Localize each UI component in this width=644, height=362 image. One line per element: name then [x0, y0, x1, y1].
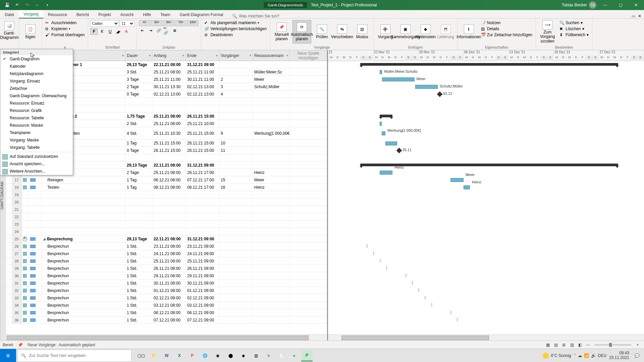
pct0[interactable]: 0× [139, 20, 150, 26]
move-button[interactable]: ↹Verschieben [333, 20, 352, 44]
view-resource-icon[interactable]: ◧ [576, 342, 584, 348]
view-item-9[interactable]: Ressource: Maske [0, 122, 73, 129]
view-item-4[interactable]: Zeitachse [0, 85, 73, 92]
edge-old-icon[interactable]: 🌐 [199, 350, 211, 361]
lang-indicator[interactable]: DEU [598, 353, 606, 358]
search-input[interactable] [29, 353, 128, 358]
view-item-11[interactable]: Vorgang: Maske [0, 136, 73, 144]
grid-h-scroll[interactable] [6, 335, 327, 341]
app-icon[interactable]: ◆ [237, 350, 249, 361]
onedrive-icon[interactable]: ☁ [578, 353, 582, 358]
table-row[interactable]: 28 Besprechun1 Std.25.11.21 08:0025.11.2… [6, 257, 327, 265]
details-button[interactable]: ▤Details [480, 26, 534, 32]
clock[interactable]: 09:43 23.11.2021 [609, 351, 629, 360]
tab-hilfe[interactable]: Hilfe [138, 11, 156, 18]
tell-me[interactable]: 🔍 Was möchten Sie tun? [232, 14, 279, 18]
tab-ressource[interactable]: Ressource [43, 11, 72, 18]
table-row[interactable]: 19 [6, 191, 327, 198]
view-item-10[interactable]: Teamplaner [0, 129, 73, 136]
timeline-button[interactable]: 📅Zur Zeitachse hinzufügen [480, 32, 534, 38]
table-row[interactable]: 27 Besprechun1 Std.24.11.21 08:0024.11.2… [6, 250, 327, 257]
table-row[interactable]: 24 [6, 228, 327, 235]
view-item-6[interactable]: Ressource: Einsatz [0, 100, 73, 107]
zoom-in-button[interactable]: + [634, 342, 641, 348]
save-icon[interactable]: 💾 [3, 1, 11, 9]
font-name-select[interactable]: Calibri [90, 20, 119, 27]
table-row[interactable]: 25◢Besprechung29,13 Tage22.11.21 08:0031… [6, 235, 327, 243]
view-reset[interactable]: Auf Standard zurücksetzen [0, 153, 73, 160]
wifi-icon[interactable]: 📶 [584, 353, 589, 358]
gantt-body[interactable]: Müller;Meier;SchultzMeierSchultz;Müller0… [328, 61, 644, 335]
view-more[interactable]: Weitere Ansichten... [0, 168, 73, 175]
mark-on-track-button[interactable]: ✔Als plangemäß markieren ▾ [203, 20, 268, 25]
format-painter-button[interactable]: 🖌Format übertragen [44, 32, 86, 38]
deactivate-button[interactable]: ⊘Deaktivieren [203, 32, 268, 38]
scroll-to-task-button[interactable]: ⟶Zum Vorgang scrollen [538, 20, 557, 44]
tab-team[interactable]: Team [156, 11, 175, 18]
system-tray[interactable]: ˄ ☁ 📶 🔊 DEU [574, 353, 606, 358]
project-icon[interactable]: P [301, 350, 313, 361]
weather-widget[interactable]: 4°C Sonnig [543, 353, 571, 359]
tab-projekt[interactable]: Projekt [94, 11, 115, 18]
pct50[interactable]: 50× [163, 20, 174, 26]
table-row[interactable]: 34 Besprechun1 Std.03.12.21 08:0003.12.2… [6, 302, 327, 309]
view-item-5[interactable]: Gantt-Diagramm: Überwachung [0, 92, 73, 100]
italic-button[interactable]: K [98, 28, 106, 35]
table-row[interactable]: 23 [6, 221, 327, 228]
user-avatar[interactable]: TB [589, 1, 596, 9]
unlink-button[interactable]: ✂🔗 [163, 27, 170, 34]
maximize-button[interactable]: ▢ [614, 0, 627, 10]
table-row[interactable]: 20 [6, 198, 327, 206]
view-save[interactable]: Ansicht speichern... [0, 160, 73, 168]
taskview-icon[interactable]: ▢▢ [136, 350, 147, 361]
font-color-button[interactable]: A [122, 28, 130, 35]
table-row[interactable]: 21 [6, 206, 327, 213]
bold-button[interactable]: F [90, 28, 98, 35]
excel-icon[interactable]: X [174, 350, 185, 361]
mode-button[interactable]: ▤Modus [353, 20, 372, 44]
edge-icon[interactable]: e [263, 350, 274, 361]
tab-vorgang[interactable]: Vorgang [19, 10, 43, 18]
notes-button[interactable]: 📝Notizen [480, 20, 534, 25]
delete-button[interactable]: ✖Löschen ▾ [558, 26, 590, 32]
notepad-icon[interactable]: 📄 [276, 350, 287, 361]
col-start[interactable]: Anfang▾ [152, 50, 186, 61]
outdent-button[interactable]: ⇤ [139, 27, 146, 34]
respect-links-button[interactable]: 🔗Verknüpfungen berücksichtigen [203, 26, 268, 32]
manual-schedule-button[interactable]: 📌Manuell planen [272, 20, 291, 44]
pct100[interactable]: 100× [187, 20, 199, 26]
table-row[interactable]: 26 Besprechun1 Std.23.11.21 08:0023.11.2… [6, 243, 327, 250]
zoom-out-button[interactable]: — [584, 342, 592, 348]
tab-ansicht[interactable]: Ansicht [116, 11, 138, 18]
close-button[interactable]: ✕ [629, 0, 643, 10]
zoom-slider[interactable] [594, 344, 631, 346]
notification-icon[interactable]: 💬 [632, 351, 642, 361]
tab-bericht[interactable]: Bericht [72, 11, 94, 18]
info-button[interactable]: ℹInformationen [460, 20, 478, 44]
obs-icon[interactable]: ⬤ [225, 350, 236, 361]
view-item-12[interactable]: Vorgang: Tabelle [0, 144, 73, 151]
view-gantt-icon[interactable]: ▦ [544, 342, 551, 348]
table-row[interactable]: 36 Besprechun1 Std.07.12.21 08:0007.12.2… [6, 316, 327, 324]
table-row[interactable]: 18 Testen1 Tag08.12.21 08:0008.12.21 17:… [6, 184, 327, 191]
table-row[interactable]: 17 Reinigen1 Tag06.12.21 08:0007.12.21 1… [6, 176, 327, 184]
ribbon-close-icon[interactable]: ✕ [638, 14, 641, 18]
col-end[interactable]: Ende▾ [186, 50, 219, 61]
link-button[interactable]: 🔗 [155, 27, 162, 34]
pct75[interactable]: 75× [175, 20, 186, 26]
cut-button[interactable]: ✂Ausschneiden [44, 20, 86, 25]
pct25[interactable]: 25× [151, 20, 162, 26]
view-usage-icon[interactable]: ▤ [552, 342, 559, 348]
view-item-7[interactable]: Ressource: Grafik [0, 107, 73, 114]
view-item-2[interactable]: Netzplandiagramm [0, 70, 73, 77]
highlight-button[interactable]: ◢▾ [114, 28, 122, 35]
table-row[interactable]: 32 Besprechun1 Std.01.12.21 08:0001.12.2… [6, 287, 327, 294]
taskbar-search[interactable]: 🔍 [17, 350, 131, 362]
split-button[interactable]: ≣ [171, 27, 178, 34]
view-item-8[interactable]: Ressource: Tabelle [0, 114, 73, 122]
view-item-0[interactable]: Gantt-Diagramm [0, 55, 73, 63]
copy-button[interactable]: ⧉Kopieren ▾ [44, 26, 86, 32]
font-size-select[interactable]: 11 [120, 20, 135, 27]
table-row[interactable]: 30 Besprechun1 Std.29.11.21 08:0029.11.2… [6, 272, 327, 280]
tab-datei[interactable]: Datei [0, 11, 19, 18]
